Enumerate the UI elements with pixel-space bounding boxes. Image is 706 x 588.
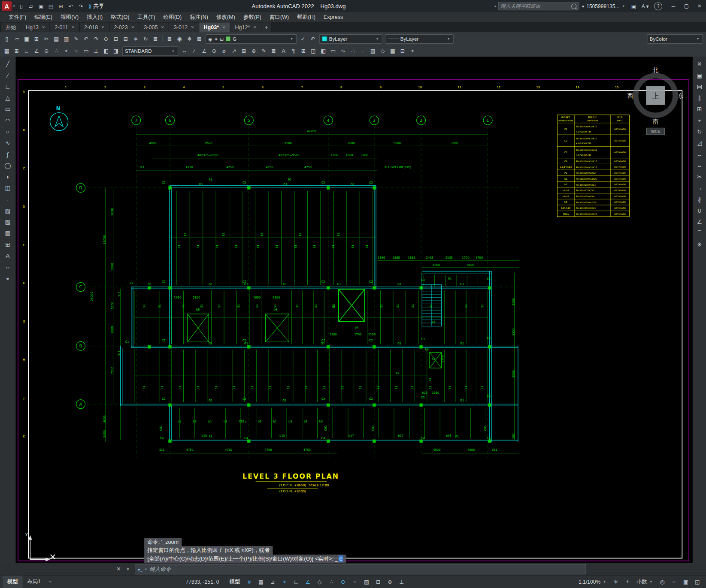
hatch-icon[interactable]: ▨	[368, 46, 378, 56]
tab-close-icon[interactable]: ✕	[131, 25, 134, 30]
tab-close-icon[interactable]: ✕	[101, 25, 105, 30]
redo-icon[interactable]: ↷	[76, 2, 85, 11]
paste-icon[interactable]: ▥	[61, 34, 71, 43]
menu-item-6[interactable]: 绘图(D)	[159, 13, 186, 21]
line-icon[interactable]: ╱	[2, 59, 13, 69]
boundary-icon[interactable]: ◇	[378, 46, 388, 56]
tab-close-icon[interactable]: ✕	[191, 25, 194, 30]
account-button[interactable]: ●1505999135...▾	[582, 3, 626, 9]
color-dropdown-caret[interactable]: ▾	[376, 37, 378, 41]
dim-aligned-icon[interactable]: ∕	[190, 46, 199, 56]
model-space-icon[interactable]: ▭	[82, 46, 91, 56]
cut-icon[interactable]: ✂	[42, 34, 51, 43]
style-dropdown-caret[interactable]: ▾	[172, 49, 174, 53]
doc-tab-hg03[interactable]: Hg03*✕	[199, 23, 230, 33]
undo-icon[interactable]: ↶	[66, 2, 76, 11]
region-icon[interactable]: ▦	[388, 46, 397, 56]
units-button[interactable]: 小数▾	[633, 579, 657, 585]
scale-icon[interactable]: ◿	[694, 138, 705, 148]
plot-icon[interactable]: ⊞	[56, 2, 66, 11]
grid-icon[interactable]: ⊞	[12, 46, 21, 56]
workspace-icon[interactable]: ◧	[101, 46, 111, 56]
zoom-realtime-icon[interactable]: ⊙	[101, 34, 111, 43]
menu-item-10[interactable]: 窗口(W)	[265, 13, 293, 21]
dimension-icon[interactable]: ↔	[2, 262, 13, 272]
close-button[interactable]: ✕	[693, 0, 706, 12]
make-current-icon[interactable]: ✓	[298, 34, 308, 43]
recent-commands-icon[interactable]: ⌖	[124, 566, 132, 572]
linetype-dropdown[interactable]: ——— ByLayer ▾	[385, 34, 454, 43]
offset-icon[interactable]: ∥	[694, 93, 705, 103]
command-dropdown-icon[interactable]: ▾	[145, 567, 147, 571]
menu-item-5[interactable]: 工具(T)	[133, 13, 159, 21]
layer-properties-icon[interactable]: ≣	[165, 34, 174, 43]
dim-diameter-icon[interactable]: ⌀	[219, 46, 229, 56]
new-drawing-icon[interactable]: ▯	[16, 2, 26, 11]
linetype-dropdown-caret[interactable]: ▾	[448, 37, 449, 41]
move-icon[interactable]: +	[694, 115, 705, 126]
lineweight-display-icon[interactable]: ≡	[349, 577, 360, 587]
clean-screen-icon[interactable]: ◱	[692, 577, 703, 587]
gradient-icon[interactable]: ▧	[2, 217, 13, 227]
extend-icon[interactable]: →	[694, 183, 705, 193]
menu-item-8[interactable]: 修改(M)	[212, 13, 239, 21]
3d-object-snap-icon[interactable]: ⊕	[385, 577, 395, 587]
insert-block-icon[interactable]: ◫	[2, 183, 13, 193]
menu-item-12[interactable]: Express	[319, 14, 347, 21]
save-as-icon[interactable]: ▤	[46, 2, 56, 11]
qsave-icon[interactable]: ▣	[22, 34, 31, 43]
lengthen-icon[interactable]: ⇔	[694, 160, 705, 171]
break-icon[interactable]: ∦	[694, 194, 705, 205]
menu-item-9[interactable]: 参数(P)	[239, 13, 265, 21]
hatch-icon[interactable]: ▨	[2, 205, 13, 216]
doc-tab-3012[interactable]: 3-012✕	[169, 23, 199, 33]
circle-icon[interactable]: ○	[2, 127, 13, 137]
layer-lock-icon[interactable]: ⊠	[194, 34, 204, 43]
divide-icon[interactable]: ∴	[348, 46, 358, 56]
dynamic-input-icon[interactable]: ⌖	[61, 46, 71, 56]
search-icon[interactable]	[571, 3, 576, 9]
layer-previous-icon[interactable]: ↶	[308, 34, 318, 43]
pan-icon[interactable]: ∗	[131, 34, 140, 43]
qopen-icon[interactable]: ▱	[12, 34, 21, 43]
center-mark-icon[interactable]: ⊕	[249, 46, 258, 56]
open-drawing-icon[interactable]: ▱	[26, 2, 36, 11]
annotation-scale-button[interactable]: 1:1/100%▾	[576, 579, 610, 585]
wipeout-icon[interactable]: ▭	[328, 46, 338, 56]
plotstyle-dropdown-caret[interactable]: ▾	[697, 37, 699, 41]
plotstyle-dropdown[interactable]: ByColor ▾	[647, 34, 703, 43]
polar-tracking-icon[interactable]: ∠	[303, 577, 313, 587]
layer-dropdown-caret[interactable]: ▾	[291, 37, 293, 41]
menu-item-11[interactable]: 帮助(H)	[293, 13, 320, 21]
doc-tab-hg12[interactable]: Hg12*✕	[230, 23, 261, 33]
text-icon[interactable]: A	[2, 250, 13, 261]
redo-icon[interactable]: ↷	[91, 34, 101, 43]
table-icon[interactable]: ⊞	[299, 46, 308, 56]
text-style-dropdown[interactable]: STANDARD ▾	[122, 46, 178, 56]
drawing-area[interactable]: 123456789101112131415ABCDEFGHJK422004900…	[16, 57, 693, 563]
search-box[interactable]: 键入关键字或短语	[498, 2, 579, 10]
model-space-toggle[interactable]: 模型	[226, 576, 243, 588]
doc-tab-[interactable]: 开始	[1, 23, 21, 33]
ortho-icon[interactable]: ∟	[22, 46, 31, 56]
stretch-icon[interactable]: ↔	[694, 149, 705, 160]
logo-caret-icon[interactable]: ▾	[13, 4, 15, 8]
colors-icon[interactable]: ◒	[2, 273, 13, 283]
layer-off-icon[interactable]: ◉	[175, 34, 184, 43]
array-icon[interactable]: ⊞	[694, 104, 705, 115]
isometric-drafting-icon[interactable]: ◇	[314, 577, 325, 587]
polygon-icon[interactable]: △	[2, 93, 13, 103]
undo-icon[interactable]: ↶	[82, 34, 91, 43]
arc-icon[interactable]: ◠	[2, 115, 13, 126]
object-snap-tracking-icon[interactable]: ∴	[326, 577, 336, 587]
dim-linear-icon[interactable]: ↔	[180, 46, 189, 56]
plot-icon[interactable]: ⊞	[32, 34, 41, 43]
copy-clip-icon[interactable]: ▤	[52, 34, 61, 43]
trim-icon[interactable]: ✂	[694, 172, 705, 182]
erase-icon[interactable]: ✕	[694, 59, 705, 69]
leader-icon[interactable]: ↗	[229, 46, 239, 56]
ellipse-arc-icon[interactable]: ◗	[2, 172, 13, 182]
snap-icon[interactable]: ▦	[2, 46, 12, 56]
autocad-logo[interactable]: A	[2, 1, 12, 11]
grid-display-icon[interactable]: #	[244, 577, 255, 587]
